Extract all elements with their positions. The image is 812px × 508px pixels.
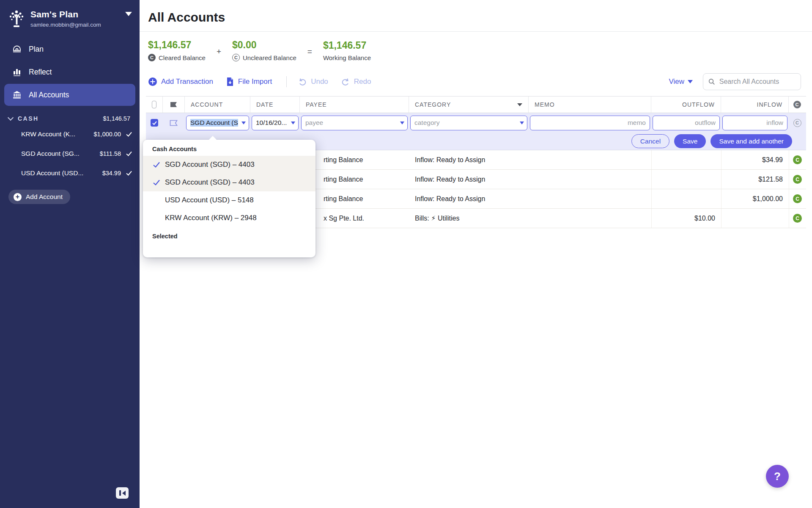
app-root: Sam's Plan samlee.mobbin@gmail.com Plan: [0, 0, 812, 508]
account-balance: $111.58: [100, 150, 121, 157]
undo-icon: [298, 77, 307, 86]
working-balance-amount: $1,146.57: [323, 40, 371, 51]
edit-row-select-cell[interactable]: [146, 113, 163, 133]
cleared-column-icon: C: [793, 101, 801, 108]
plan-info: Sam's Plan samlee.mobbin@gmail.com: [30, 8, 101, 28]
working-balance-label: Working Balance: [323, 54, 371, 61]
reflect-icon: [12, 67, 22, 77]
dropdown-item-sgd-2[interactable]: SGD Account (SGD) – 4403: [143, 174, 315, 191]
payee-cell: rting Balance: [300, 170, 409, 189]
search-icon: [708, 78, 715, 86]
plus-operator: +: [217, 47, 221, 56]
cleared-balance-amount: $1,146.57: [148, 39, 206, 51]
column-header-outflow[interactable]: OUTFLOW: [651, 97, 721, 113]
column-header-date[interactable]: DATE: [250, 97, 300, 113]
inflow-field[interactable]: [722, 116, 787, 130]
outflow-cell: [651, 189, 721, 208]
memo-field[interactable]: [530, 116, 650, 130]
cleared-cell[interactable]: C: [789, 209, 806, 228]
toolbar-divider: [286, 76, 287, 87]
outflow-field[interactable]: [653, 116, 720, 130]
search-input[interactable]: [719, 78, 796, 86]
check-icon: [125, 150, 133, 157]
help-button[interactable]: ?: [766, 465, 789, 488]
plus-circle-icon: [148, 77, 157, 86]
cleared-cell[interactable]: C: [789, 189, 806, 208]
dropdown-item-krw[interactable]: KRW Account (KRW) – 2948: [143, 209, 315, 227]
file-import-icon: [226, 77, 234, 86]
inflow-cell: $34.99: [721, 150, 789, 169]
flag-icon: [170, 101, 178, 108]
column-header-cleared[interactable]: C: [789, 97, 806, 113]
memo-cell: [529, 209, 651, 228]
add-account-label: Add Account: [26, 193, 63, 201]
save-button[interactable]: Save: [674, 134, 706, 148]
sidebar-item-reflect[interactable]: Reflect: [4, 61, 135, 83]
sidebar-item-all-accounts[interactable]: All Accounts: [4, 84, 135, 106]
save-and-add-another-button[interactable]: Save and add another: [710, 134, 792, 148]
view-label: View: [669, 77, 684, 86]
plan-switcher-chevron-icon: [125, 12, 132, 16]
check-icon: [152, 120, 157, 126]
flag-outline-icon: [169, 119, 178, 127]
redo-label: Redo: [354, 77, 371, 86]
sidebar-account-krw[interactable]: KRW Account (K... $1,000.00: [0, 124, 140, 144]
view-dropdown-button[interactable]: View: [669, 77, 693, 86]
sidebar-account-usd[interactable]: USD Account (USD... $34.99: [0, 163, 140, 183]
undo-label: Undo: [311, 77, 328, 86]
add-account-button[interactable]: + Add Account: [8, 190, 70, 204]
edit-row-flag-cell[interactable]: [163, 113, 185, 133]
add-transaction-label: Add Transaction: [161, 77, 213, 86]
column-header-payee[interactable]: PAYEE: [300, 97, 409, 113]
uncleared-toggle-icon[interactable]: C: [793, 119, 801, 127]
dropdown-item-usd[interactable]: USD Account (USD) – 5148: [143, 191, 315, 209]
bank-icon: [12, 90, 22, 100]
plus-icon: +: [14, 193, 22, 201]
add-transaction-button[interactable]: Add Transaction: [148, 77, 213, 86]
column-header-inflow[interactable]: INFLOW: [721, 97, 789, 113]
uncleared-balance: $0.00 C Uncleared Balance: [232, 39, 296, 61]
dropdown-group-selected: Selected: [143, 227, 315, 243]
category-field[interactable]: [410, 116, 527, 130]
date-field[interactable]: 10/16/20...: [252, 116, 299, 130]
cash-group-header[interactable]: CASH $1,146.57: [8, 115, 130, 122]
uncleared-icon: C: [232, 54, 240, 61]
file-import-button[interactable]: File Import: [226, 77, 272, 86]
cleared-icon: C: [148, 54, 156, 61]
cleared-cell[interactable]: C: [789, 150, 806, 169]
redo-button[interactable]: Redo: [341, 77, 371, 86]
column-header-account[interactable]: ACCOUNT: [185, 97, 250, 113]
ynab-tree-logo: [8, 8, 25, 28]
account-name: KRW Account (K...: [21, 130, 75, 138]
select-all-cell[interactable]: [146, 97, 163, 113]
collapse-sidebar-button[interactable]: [116, 487, 129, 499]
column-header-category[interactable]: CATEGORY: [409, 97, 529, 113]
cleared-cell[interactable]: C: [789, 170, 806, 189]
sidebar-account-sgd[interactable]: SGD Account (SG... $111.58: [0, 144, 140, 163]
edit-row-cleared-cell[interactable]: C: [789, 113, 806, 133]
cancel-button[interactable]: Cancel: [631, 134, 669, 148]
inflow-cell: $1,000.00: [721, 189, 789, 208]
payee-field[interactable]: [301, 116, 408, 130]
undo-button[interactable]: Undo: [298, 77, 328, 86]
outflow-cell: $10.00: [651, 209, 721, 228]
edit-row-checkbox[interactable]: [151, 119, 158, 127]
sidebar-item-label: Reflect: [29, 68, 52, 77]
select-all-checkbox[interactable]: [152, 101, 156, 108]
plan-switcher[interactable]: Sam's Plan samlee.mobbin@gmail.com: [0, 0, 140, 32]
cash-group-total: $1,146.57: [103, 115, 130, 122]
column-header-memo[interactable]: MEMO: [529, 97, 651, 113]
file-import-label: File Import: [238, 77, 272, 86]
sidebar-item-plan[interactable]: Plan: [4, 38, 135, 60]
sidebar-nav: Plan Reflect All Accounts: [0, 38, 140, 106]
category-filter-caret-icon[interactable]: [517, 103, 522, 106]
account-field[interactable]: SGD Account (S: [186, 116, 249, 130]
memo-cell: [529, 150, 651, 169]
dropdown-group-cash-accounts: Cash Accounts: [143, 140, 315, 156]
dropdown-item-sgd-1[interactable]: SGD Account (SGD) – 4403: [143, 156, 315, 174]
payee-cell: x Sg Pte. Ltd.: [300, 209, 409, 228]
working-balance: $1,146.57 Working Balance: [323, 40, 371, 61]
cleared-badge-icon: C: [793, 194, 802, 203]
inflow-cell: [721, 209, 789, 228]
outflow-cell: [651, 170, 721, 189]
